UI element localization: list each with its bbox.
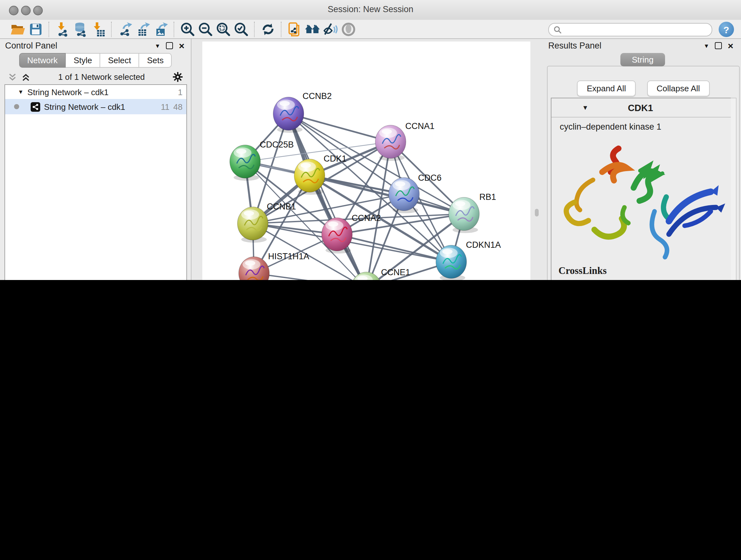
node-count: 11 xyxy=(161,102,170,111)
protein-structure-image xyxy=(555,134,727,265)
export-image-icon xyxy=(153,21,169,37)
import-network-icon xyxy=(55,21,70,37)
node-label-HIST1H1A: HIST1H1A xyxy=(268,252,309,261)
gene-section: ▼ CDK1 cyclin–dependent kinase 1 xyxy=(551,98,731,280)
application-window: Session: New Session xyxy=(0,0,741,280)
node-label-CCNA1: CCNA1 xyxy=(405,121,434,131)
collapse-all-button[interactable]: Collapse All xyxy=(647,80,710,97)
node-CCNE1[interactable] xyxy=(351,272,382,280)
zoom-fit-icon xyxy=(216,21,231,37)
gear-icon[interactable] xyxy=(172,71,183,82)
node-CDK1[interactable] xyxy=(294,159,325,195)
sphere-view-button[interactable] xyxy=(340,21,357,37)
gene-name: CDK1 xyxy=(589,103,692,113)
crosslinks-block: CrossLinks Uniprot:P06493GeneCard:P06493… xyxy=(551,265,731,280)
refresh-view-button[interactable] xyxy=(259,21,277,37)
right-splitter-handle[interactable] xyxy=(535,209,539,216)
string-results-box: Expand All Collapse All ▼ CDK1 cyclin–de… xyxy=(547,66,740,280)
edge-CCNA2-CDKN1A[interactable] xyxy=(337,234,451,262)
import-table-file-button[interactable] xyxy=(89,21,107,37)
gene-section-header[interactable]: ▼ CDK1 xyxy=(551,98,731,118)
string-network-graph[interactable]: CCNB2CCNA1CDC25BCDK1CDC6RB1CCNB1CCNA2CDK… xyxy=(202,42,530,280)
control-panel-tabs: Network Style Select Sets xyxy=(0,53,191,68)
node-HIST1H1A[interactable] xyxy=(239,257,269,280)
results-scrollbar[interactable] xyxy=(731,98,737,280)
node-CDKN1A[interactable] xyxy=(436,245,467,280)
expanded-triangle-icon[interactable]: ▼ xyxy=(18,89,23,95)
import-network-file-button[interactable] xyxy=(54,21,71,37)
export-table-button[interactable] xyxy=(134,21,152,37)
save-session-button[interactable] xyxy=(27,21,45,37)
network-canvas[interactable]: CCNB2CCNA1CDC25BCDK1CDC6RB1CCNB1CCNA2CDK… xyxy=(202,42,530,280)
gene-description: cyclin–dependent kinase 1 xyxy=(551,118,731,132)
import-database-icon xyxy=(73,21,88,37)
collapse-all-chevron-icon[interactable] xyxy=(8,72,17,81)
hide-glass-button[interactable] xyxy=(322,21,340,37)
network-label: String Network – cdk1 xyxy=(44,102,125,111)
search-field[interactable] xyxy=(548,23,712,37)
string-document-icon xyxy=(287,21,302,37)
string-home-button[interactable] xyxy=(304,21,322,37)
node-CCNB1[interactable] xyxy=(238,207,268,243)
expand-all-button[interactable]: Expand All xyxy=(577,80,636,97)
expand-all-chevron-icon[interactable] xyxy=(21,72,30,81)
results-panel: Results Panel ▼ × String Expand All Coll… xyxy=(544,39,741,280)
maximize-panel-icon[interactable] xyxy=(166,42,173,49)
node-CCNB2[interactable] xyxy=(273,97,304,133)
control-panel-title: Control Panel xyxy=(5,41,57,51)
node-CDC25B[interactable] xyxy=(230,145,260,181)
eye-slash-icon xyxy=(322,21,339,37)
node-label-CDC6: CDC6 xyxy=(418,173,442,183)
network-icon xyxy=(30,102,40,111)
save-floppy-icon xyxy=(29,22,43,36)
node-label-CCNA2: CCNA2 xyxy=(352,213,381,223)
window-title: Session: New Session xyxy=(0,4,741,14)
zoom-out-button[interactable] xyxy=(197,21,214,37)
main-toolbar: ? xyxy=(0,20,741,39)
network-collection-row[interactable]: ▼ String Network – cdk1 1 xyxy=(5,85,186,99)
import-string-network-button[interactable] xyxy=(286,21,304,37)
title-bar: Session: New Session xyxy=(0,0,741,20)
export-network-button[interactable] xyxy=(116,21,134,37)
help-button[interactable]: ? xyxy=(719,22,734,37)
zoom-fit-button[interactable] xyxy=(214,21,232,37)
zoom-in-button[interactable] xyxy=(179,21,197,37)
close-panel-icon[interactable]: × xyxy=(179,43,185,49)
network-selection-status: 1 of 1 Network selected xyxy=(30,72,172,82)
open-session-button[interactable] xyxy=(9,21,27,37)
results-panel-title: Results Panel xyxy=(548,41,602,51)
zoom-selected-button[interactable] xyxy=(232,21,250,37)
node-CDC6[interactable] xyxy=(389,178,419,213)
control-panel: Control Panel ▼ × Network Style Select S… xyxy=(0,39,192,280)
tab-sets[interactable]: Sets xyxy=(139,53,172,68)
node-label-CDK1: CDK1 xyxy=(324,154,347,164)
collapse-section-icon[interactable]: ▼ xyxy=(582,104,589,111)
sphere-icon xyxy=(341,21,356,37)
toolbar-separator xyxy=(174,21,175,37)
open-folder-icon xyxy=(10,22,25,36)
float-panel-icon[interactable]: ▼ xyxy=(704,43,710,49)
collection-label: String Network – cdk1 xyxy=(27,87,109,97)
export-image-button[interactable] xyxy=(152,21,170,37)
node-label-CCNB1: CCNB1 xyxy=(267,202,296,211)
toolbar-separator xyxy=(49,21,50,37)
node-RB1[interactable] xyxy=(449,197,479,233)
close-panel-icon[interactable]: × xyxy=(728,43,733,49)
network-row[interactable]: String Network – cdk1 11 48 xyxy=(5,99,186,114)
tab-string[interactable]: String xyxy=(620,53,665,66)
search-icon xyxy=(553,25,562,34)
tab-select[interactable]: Select xyxy=(100,53,139,68)
tab-network[interactable]: Network xyxy=(19,53,66,68)
import-network-database-button[interactable] xyxy=(71,21,89,37)
toolbar-separator xyxy=(254,21,255,37)
float-panel-icon[interactable]: ▼ xyxy=(155,43,160,49)
edge-count: 48 xyxy=(173,102,183,111)
maximize-panel-icon[interactable] xyxy=(715,42,722,49)
node-CCNA1[interactable] xyxy=(375,125,406,161)
homes-icon xyxy=(305,21,321,37)
export-table-icon xyxy=(135,21,151,37)
node-label-CDC25B: CDC25B xyxy=(260,140,294,149)
export-network-icon xyxy=(118,21,133,37)
tab-style[interactable]: Style xyxy=(66,53,100,68)
search-input[interactable] xyxy=(562,24,712,35)
